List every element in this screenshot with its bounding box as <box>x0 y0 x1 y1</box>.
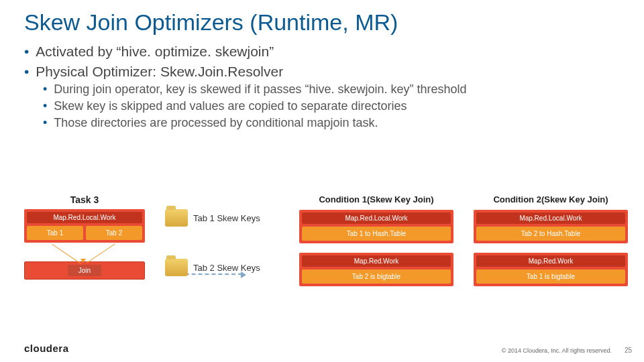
task3-card: Map.Red.Local.Work Tab 1 Tab 2 <box>24 209 145 243</box>
copyright-text: © 2014 Cloudera, Inc. All rights reserve… <box>502 347 612 354</box>
cond2-mrw: Map.Red.Work <box>476 255 625 267</box>
slide-title: Skew Join Optimizers (Runtime, MR) <box>0 0 644 36</box>
subbullet-1: During join operator, key is skewed if i… <box>54 82 466 97</box>
main-bullets: •Activated by “hive. optimize. skewjoin”… <box>0 36 644 130</box>
condition1-block: Condition 1(Skew Key Join) Map.Red.Local… <box>299 194 453 293</box>
diagram-area: Task 3 Map.Red.Local.Work Tab 1 Tab 2 Jo… <box>24 194 628 342</box>
cloudera-logo: cloudera <box>24 343 69 354</box>
cond2-title: Condition 2(Skew Key Join) <box>474 194 628 204</box>
folder-1-label: Tab 1 Skew Keys <box>193 213 260 223</box>
condition2-block: Condition 2(Skew Key Join) Map.Red.Local… <box>474 194 628 293</box>
subbullet-2: Skew key is skipped and values are copie… <box>54 99 407 113</box>
task3-tab1: Tab 1 <box>27 226 83 240</box>
folders-col: Tab 1 Skew Keys Tab 2 Skew Keys <box>165 209 299 308</box>
cond1-title: Condition 1(Skew Key Join) <box>299 194 453 204</box>
cond1-big: Tab 2 is bigtable <box>302 269 451 284</box>
task3-join-card: Join <box>24 261 145 280</box>
folder-icon <box>165 259 188 276</box>
folder-icon <box>165 209 188 227</box>
subbullet-3: Those directories are processed by condi… <box>54 116 378 130</box>
bullet-2: Physical Optimizer: Skew.Join.Resolver <box>36 64 283 80</box>
cond1-mrlocal: Map.Red.Local.Work <box>302 213 451 224</box>
cond2-hash: Tab 2 to Hash.Table <box>476 227 625 241</box>
task3-mrlocal: Map.Red.Local.Work <box>27 212 142 223</box>
cond2-mrlocal: Map.Red.Local.Work <box>476 213 625 224</box>
page-number: 25 <box>625 347 632 354</box>
task3-tab2: Tab 2 <box>86 226 142 240</box>
task3-title: Task 3 <box>24 194 145 205</box>
folder-2-label: Tab 2 Skew Keys <box>193 263 260 273</box>
cond2-big: Tab 1 is bigtable <box>476 269 625 284</box>
task3-join: Join <box>68 265 101 276</box>
cond1-mrw: Map.Red.Work <box>302 255 451 267</box>
cond1-hash: Tab 1 to Hash.Table <box>302 227 451 241</box>
bullet-1: Activated by “hive. optimize. skewjoin” <box>36 44 274 60</box>
task3-block: Task 3 Map.Red.Local.Work Tab 1 Tab 2 Jo… <box>24 194 145 280</box>
